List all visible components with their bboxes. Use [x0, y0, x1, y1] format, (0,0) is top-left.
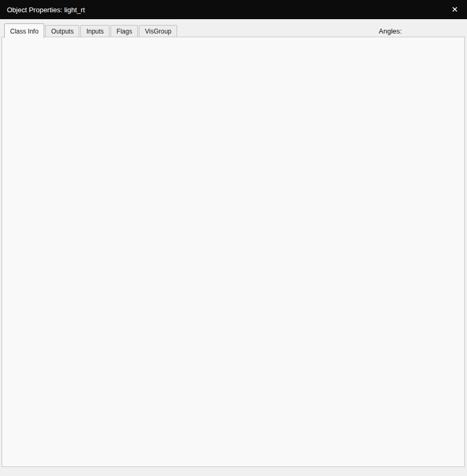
close-icon: ✕: [452, 5, 458, 14]
tab-flags[interactable]: Flags: [111, 25, 138, 38]
title-bar[interactable]: Object Properties: light_rt ✕: [0, 0, 467, 19]
tab-visgroup[interactable]: VisGroup: [139, 25, 177, 38]
tab-class-info[interactable]: Class Info: [4, 23, 44, 38]
object-properties-dialog: Object Properties: light_rt ✕ Class Info…: [0, 0, 467, 476]
tab-page: [2, 37, 465, 467]
tab-outputs[interactable]: Outputs: [45, 25, 79, 38]
tab-inputs[interactable]: Inputs: [80, 25, 110, 38]
close-button[interactable]: ✕: [443, 0, 467, 19]
window-title: Object Properties: light_rt: [0, 6, 85, 14]
angles-label: Angles:: [379, 27, 402, 35]
